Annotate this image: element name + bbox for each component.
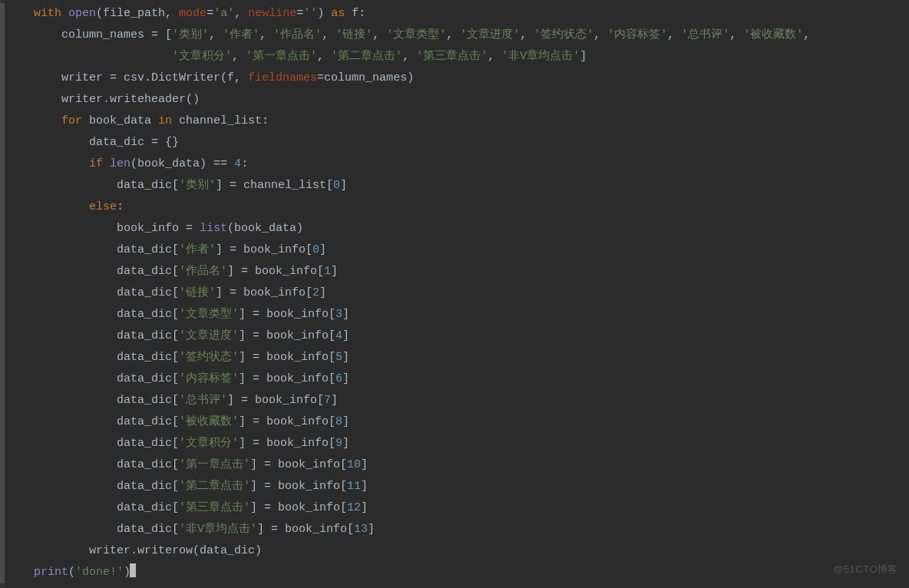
code-token: f: bbox=[345, 7, 365, 20]
code-token: , bbox=[165, 7, 172, 20]
code-token: ] bbox=[342, 415, 349, 428]
code-token: ] = book_info[ bbox=[257, 523, 354, 536]
code-token: : bbox=[117, 200, 124, 213]
code-token: ] bbox=[342, 308, 349, 321]
code-token: ] = book_info[ bbox=[239, 372, 336, 385]
code-token: , bbox=[322, 28, 336, 41]
code-line[interactable]: writer.writerow(data_dic) bbox=[0, 540, 909, 562]
code-token: 5 bbox=[336, 351, 342, 364]
code-line[interactable]: data_dic['文章进度'] = book_info[4] bbox=[0, 325, 909, 347]
code-token: fieldnames bbox=[248, 71, 317, 84]
code-token: '文章积分' bbox=[179, 437, 239, 450]
code-token: writer.writeheader() bbox=[6, 93, 200, 106]
code-token: , bbox=[234, 7, 241, 20]
code-line[interactable]: with open(file_path, mode='a', newline='… bbox=[0, 3, 909, 25]
code-line[interactable]: data_dic['第二章点击'] = book_info[11] bbox=[0, 476, 909, 497]
code-line[interactable]: data_dic['作品名'] = book_info[1] bbox=[0, 261, 909, 282]
code-token: , bbox=[446, 28, 460, 41]
code-line[interactable]: print('done!') bbox=[0, 562, 909, 583]
code-token: ] = book_info[ bbox=[227, 394, 324, 407]
code-token: '作者' bbox=[223, 28, 259, 41]
code-line[interactable]: data_dic['签约状态'] = book_info[5] bbox=[0, 347, 909, 368]
code-line[interactable]: for book_data in channel_list: bbox=[0, 111, 909, 132]
code-line[interactable]: book_info = list(book_data) bbox=[0, 218, 909, 239]
code-line[interactable]: data_dic['链接'] = book_info[2] bbox=[0, 282, 909, 304]
code-token: ] bbox=[342, 329, 349, 342]
code-token: '第一章点击' bbox=[246, 50, 317, 63]
code-line[interactable]: data_dic['被收藏数'] = book_info[8] bbox=[0, 411, 909, 433]
code-line[interactable]: writer.writeheader() bbox=[0, 89, 909, 111]
code-token bbox=[241, 71, 248, 84]
code-line[interactable]: else: bbox=[0, 197, 909, 218]
code-token: (book_data) == bbox=[131, 157, 234, 170]
code-token: '类别' bbox=[172, 28, 209, 41]
code-line[interactable]: data_dic['文章积分'] = book_info[9] bbox=[0, 433, 909, 454]
code-token: ] bbox=[331, 394, 338, 407]
code-token: ] = channel_list[ bbox=[216, 179, 333, 192]
code-token: data_dic[ bbox=[6, 480, 179, 493]
code-token bbox=[6, 7, 34, 20]
code-line[interactable]: data_dic['类别'] = channel_list[0] bbox=[0, 175, 909, 197]
code-token: '被收藏数' bbox=[743, 28, 803, 41]
code-editor[interactable]: with open(file_path, mode='a', newline='… bbox=[0, 0, 909, 588]
code-token: column_names = [ bbox=[6, 28, 172, 41]
code-token: ] = book_info[ bbox=[250, 480, 347, 493]
code-token: '内容标签' bbox=[179, 372, 239, 385]
code-token bbox=[172, 7, 179, 20]
code-token: 'a' bbox=[213, 7, 234, 20]
code-line[interactable]: data_dic['第一章点击'] = book_info[10] bbox=[0, 454, 909, 476]
code-token: book_info = bbox=[6, 222, 200, 235]
code-token: ] bbox=[361, 501, 368, 514]
code-token bbox=[6, 50, 172, 63]
code-token: writer = csv.DictWriter(f bbox=[6, 71, 234, 84]
code-token: with bbox=[34, 7, 61, 20]
code-token: 6 bbox=[336, 372, 342, 385]
code-token: data_dic[ bbox=[6, 501, 179, 514]
code-line[interactable]: column_names = ['类别', '作者', '作品名', '链接',… bbox=[0, 25, 909, 46]
code-token: ) bbox=[317, 7, 331, 20]
code-token: data_dic[ bbox=[6, 372, 179, 385]
code-token: : bbox=[241, 157, 248, 170]
code-token: , bbox=[402, 50, 416, 63]
code-token: (book_data) bbox=[227, 222, 303, 235]
code-line[interactable]: data_dic['文章类型'] = book_info[3] bbox=[0, 304, 909, 325]
code-token: '总书评' bbox=[681, 28, 729, 41]
code-line[interactable]: data_dic = {} bbox=[0, 132, 909, 154]
code-token: ] bbox=[331, 265, 338, 278]
code-token bbox=[6, 200, 89, 213]
code-token: 7 bbox=[324, 394, 331, 407]
code-token: '签约状态' bbox=[179, 351, 239, 364]
code-line[interactable]: data_dic['第三章点击'] = book_info[12] bbox=[0, 497, 909, 519]
code-line[interactable]: data_dic['非V章均点击'] = book_info[13] bbox=[0, 519, 909, 540]
code-line[interactable]: data_dic['内容标签'] = book_info[6] bbox=[0, 368, 909, 390]
code-token: ] bbox=[342, 372, 349, 385]
code-token: ] = book_info[ bbox=[239, 415, 336, 428]
code-token: list bbox=[200, 222, 227, 235]
code-token: ( bbox=[68, 566, 75, 579]
code-token: 4 bbox=[234, 157, 241, 170]
code-token bbox=[241, 7, 248, 20]
code-token: '作者' bbox=[179, 243, 216, 256]
code-token: data_dic[ bbox=[6, 394, 179, 407]
code-token: '文章进度' bbox=[179, 329, 239, 342]
code-token: '文章进度' bbox=[460, 28, 520, 41]
code-token: ] bbox=[319, 243, 326, 256]
code-token: ] bbox=[319, 286, 326, 299]
code-token: ] = book_info[ bbox=[216, 243, 312, 256]
code-token: '被收藏数' bbox=[179, 415, 239, 428]
code-token: '总书评' bbox=[179, 394, 227, 407]
code-line[interactable]: data_dic['作者'] = book_info[0] bbox=[0, 239, 909, 261]
code-token: writer.writerow(data_dic) bbox=[6, 544, 262, 557]
code-token: , bbox=[488, 50, 501, 63]
code-line[interactable]: '文章积分', '第一章点击', '第二章点击', '第三章点击', '非V章均… bbox=[0, 46, 909, 68]
code-line[interactable]: if len(book_data) == 4: bbox=[0, 154, 909, 175]
code-line[interactable]: writer = csv.DictWriter(f, fieldnames=co… bbox=[0, 68, 909, 89]
code-token: 4 bbox=[336, 329, 342, 342]
code-token: data_dic[ bbox=[6, 243, 179, 256]
code-token: '签约状态' bbox=[534, 28, 593, 41]
code-token: data_dic[ bbox=[6, 415, 179, 428]
code-line[interactable]: data_dic['总书评'] = book_info[7] bbox=[0, 390, 909, 411]
code-token: '第三章点击' bbox=[416, 50, 488, 63]
code-token: ] = book_info[ bbox=[250, 458, 347, 471]
code-token: data_dic = {} bbox=[6, 136, 179, 149]
